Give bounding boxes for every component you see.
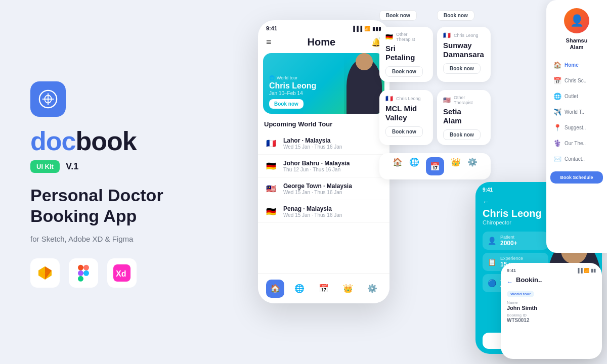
book-schedule-side-btn[interactable]: Book Schedule [550, 171, 603, 184]
book-now-top-left[interactable]: Book now [379, 10, 417, 21]
world-nav-label: World T.. [565, 109, 584, 115]
nav-calendar[interactable]: 📅 [315, 280, 333, 298]
booking-status-icons: ▐▐ 📶 ▮▮ [576, 268, 596, 273]
booking-cards-row2: 🇫🇷 Chris Leong MCL MidValley Book now 🇺🇸… [379, 90, 491, 149]
book-now-3[interactable]: Book now [385, 126, 423, 137]
booking-tag-row: World tour [507, 291, 596, 297]
nav-settings[interactable]: ⚙️ [363, 280, 381, 298]
wifi-icon: 📶 [364, 26, 370, 31]
side-nav-chris[interactable]: 📅 Chris Sc.. [550, 73, 603, 88]
nav-globe[interactable]: 🌐 [290, 280, 309, 298]
user-avatar: 👤 [564, 8, 589, 33]
therapist-1: Other Therapist [396, 32, 427, 42]
flag-germany: 🇩🇪 [264, 159, 278, 173]
booking-title: Bookin.. [516, 276, 542, 284]
phone-header: ≡ Home 🔔 [258, 34, 389, 53]
hero-person [344, 56, 384, 114]
location-4: SetiaAlam [443, 107, 485, 125]
flag-1: 🇩🇪 [385, 33, 393, 40]
home-title: Home [307, 36, 335, 48]
chris-nav-icon: 📅 [553, 77, 561, 84]
status-bar: 9:41 ▐▐▐ 📶 ▮▮▮ [258, 20, 389, 34]
status-icons: ▐▐▐ 📶 ▮▮▮ [352, 26, 381, 31]
menu-icon[interactable]: ≡ [266, 37, 272, 48]
nav-settings-2[interactable]: ⚙️ [467, 157, 478, 175]
side-nav-outlet[interactable]: 🌐 Outlet [550, 89, 603, 104]
location-3: MCL MidValley [385, 104, 427, 122]
booking-cards-panel: Book now Book now 🇩🇪 Other Therapist Sri… [379, 10, 491, 179]
tour-name: Johor Bahru · Malaysia [283, 160, 383, 167]
phone-booking: 9:41 ▐▐ 📶 ▮▮ ← Bookin.. World tour Name … [501, 263, 602, 359]
nav-crown-2[interactable]: 👑 [451, 157, 461, 175]
signal-icon: ▐▐▐ [352, 26, 362, 31]
figma-icon [69, 258, 98, 288]
location-2: SunwayDamansara [443, 41, 485, 59]
section-title: Upcoming World Tour ≡ [258, 120, 389, 132]
booking-back-btn[interactable]: ← [507, 279, 513, 286]
side-nav-world[interactable]: ✈️ World T.. [550, 105, 603, 119]
world-nav-icon: ✈️ [553, 108, 561, 116]
our-nav-icon: ⚕️ [553, 140, 561, 147]
location-1: SriPetaling [385, 44, 427, 62]
tour-list: 🇫🇷 Lahor · Malaysia Wed 15 Jan · Thus 16… [258, 132, 389, 223]
chris-nav-label: Chris Sc.. [565, 78, 586, 83]
tour-date: Thu 12 Jun · Thus 16 Jan [283, 167, 383, 172]
svg-point-12 [83, 270, 89, 276]
nav-globe-2[interactable]: 🌐 [409, 157, 419, 175]
tour-item[interactable]: 🇲🇾 George Town · Malaysia Wed 15 Jan · T… [258, 177, 389, 200]
book-now-1[interactable]: Book now [385, 66, 423, 77]
suggest-nav-label: Suggest.. [565, 125, 586, 130]
tour-name: George Town · Malaysia [283, 183, 383, 190]
tour-date: Wed 15 Jan · Thus 16 Jan [283, 212, 383, 218]
tools-row: Xd [30, 258, 207, 288]
nav-home-2[interactable]: 🏠 [393, 157, 403, 175]
therapist-4: Other Therapist [454, 95, 485, 105]
booking-cards-row1: 🇩🇪 Other Therapist SriPetaling Book now … [379, 27, 491, 86]
booking-name-field: Name John Simth [507, 300, 596, 311]
tour-item[interactable]: 🇩🇪 Penag · Malaysia Wed 15 Jan · Thus 16… [258, 200, 389, 223]
nav-home[interactable]: 🏠 [266, 280, 284, 298]
stat-value-patient: 2000+ [500, 240, 517, 247]
subtitle: for Sketch, Adobe XD & Figma [30, 235, 207, 243]
tour-item[interactable]: 🇩🇪 Johor Bahru · Malaysia Thu 12 Jun · T… [258, 155, 389, 177]
booking-card-4: 🇺🇸 Other Therapist SetiaAlam Book now [437, 90, 491, 145]
booking-id-field: Booking ID WTS0012 [507, 313, 596, 323]
brand-name: docbook [30, 128, 207, 154]
svg-rect-9 [83, 265, 89, 270]
svg-rect-10 [78, 270, 83, 276]
xd-icon: Xd [107, 258, 137, 288]
book-now-top-right[interactable]: Book now [437, 10, 474, 21]
ui-kit-badge: UI Kit [30, 160, 60, 173]
tour-item[interactable]: 🇫🇷 Lahor · Malaysia Wed 15 Jan · Thus 16… [258, 132, 389, 155]
booking-card-2: 🇫🇷 Chris Leong SunwayDamansara Book now [437, 27, 491, 82]
avatar-image: 👤 [570, 14, 584, 27]
book-now-2[interactable]: Book now [443, 63, 481, 74]
nav-active-2[interactable]: 📅 [426, 157, 444, 175]
side-nav-home[interactable]: 🏠 Home [550, 58, 603, 72]
booking-mini-status: 9:41 ▐▐ 📶 ▮▮ [507, 268, 596, 273]
booking-card-1: 🇩🇪 Other Therapist SriPetaling Book now [379, 27, 433, 82]
therapist-2: Chris Leong [454, 33, 479, 38]
person-head [356, 53, 373, 70]
tagline-line2: Booking App [30, 206, 137, 225]
side-nav-our[interactable]: ⚕️ Our The.. [550, 136, 603, 151]
tour-date: Wed 15 Jan · Thus 16 Jan [283, 144, 383, 150]
side-nav-contact[interactable]: ✉️ Contact.. [550, 152, 603, 166]
hero-book-button[interactable]: Book now [269, 99, 304, 109]
patient-icon: 👤 [488, 237, 496, 245]
book-now-4[interactable]: Book now [443, 129, 481, 140]
tour-name: Lahor · Malaysia [283, 137, 383, 144]
experience-icon: 📋 [488, 258, 496, 266]
svg-rect-11 [78, 276, 83, 282]
outlet-nav-icon: 🌐 [553, 93, 561, 100]
nav-crown[interactable]: 👑 [339, 280, 357, 298]
side-nav-suggest[interactable]: 📍 Suggest.. [550, 120, 603, 135]
left-panel: docbook UI Kit V.1 Personal Doctor Booki… [0, 0, 233, 364]
booking-card-3: 🇫🇷 Chris Leong MCL MidValley Book now [379, 90, 433, 145]
person-body [346, 58, 382, 114]
brand-book: book [75, 126, 136, 156]
flag-2: 🇫🇷 [443, 32, 451, 39]
flag-3: 🇫🇷 [385, 95, 393, 102]
flag-france: 🇫🇷 [264, 136, 278, 150]
hero-card: 🌐 World tour Chris Leong Jan 10–Feb 14 B… [263, 53, 384, 114]
